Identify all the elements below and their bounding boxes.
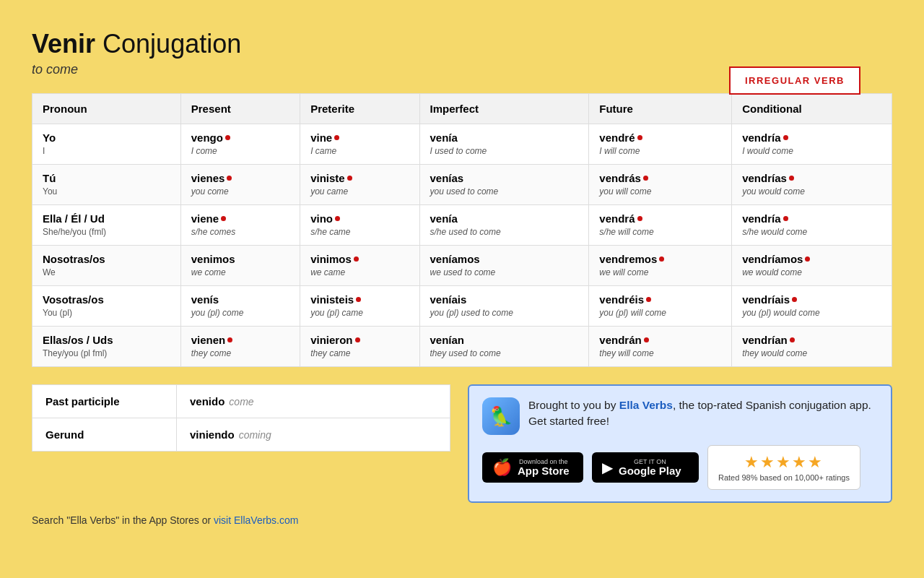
promo-text-before: Brought to you by <box>528 399 619 411</box>
footer-text: Search "Ella Verbs" in the App Stores or <box>32 514 214 526</box>
page-title: Venir Conjugation <box>32 29 892 59</box>
promo-header: 🦜 Brought to you by Ella Verbs, the top-… <box>482 397 878 435</box>
rating-text: Rated 98% based on 10,000+ ratings <box>718 473 850 482</box>
app-store-text: Download on the App Store <box>518 458 570 478</box>
star-rating: ★★★★★ <box>718 453 850 472</box>
participle-value: venidocome <box>177 385 450 418</box>
apple-icon: 🍎 <box>492 460 512 475</box>
promo-buttons-row: 🍎 Download on the App Store ▶ GET IT ON … <box>482 445 878 490</box>
title-rest: Conjugation <box>95 29 241 59</box>
participle-row: Gerundviniendocoming <box>32 418 450 452</box>
app-store-top-text: Download on the <box>518 458 570 465</box>
ella-verbs-link[interactable]: Ella Verbs <box>619 399 673 411</box>
google-play-button[interactable]: ▶ GET IT ON Google Play <box>592 452 699 483</box>
header: Venir Conjugation to come IRREGULAR VERB <box>32 29 892 77</box>
promo-text: Brought to you by Ella Verbs, the top-ra… <box>528 397 878 428</box>
table-row: Vosotras/osYou (pl)venísyou (pl) comevin… <box>32 286 892 327</box>
participle-row: Past participlevenidocome <box>32 385 450 418</box>
participle-label: Gerund <box>32 418 177 452</box>
table-row: TúYouvienesyou comevinisteyou camevenías… <box>32 165 892 205</box>
table-row: Nosotras/osWevenimoswe comevinimoswe cam… <box>32 246 892 286</box>
col-future: Future <box>589 94 732 124</box>
participle-label: Past participle <box>32 385 177 418</box>
col-imperfect: Imperfect <box>419 94 589 124</box>
table-row: Ellas/os / UdsThey/you (pl fml)vienenthe… <box>32 327 892 367</box>
promo-box: 🦜 Brought to you by Ella Verbs, the top-… <box>468 384 892 503</box>
conjugation-table: Pronoun Present Preterite Imperfect Futu… <box>32 93 892 367</box>
table-row: YoIvengoI comevineI cameveníaI used to c… <box>32 124 892 165</box>
col-pronoun: Pronoun <box>32 94 181 124</box>
col-preterite: Preterite <box>300 94 419 124</box>
app-store-main-text: App Store <box>518 465 570 478</box>
play-icon: ▶ <box>602 459 613 476</box>
irregular-verb-badge: IRREGULAR VERB <box>729 66 860 95</box>
google-play-top-text: GET IT ON <box>619 458 681 465</box>
table-row: Ella / Él / UdShe/he/you (fml)vienes/he … <box>32 205 892 246</box>
table-header-row: Pronoun Present Preterite Imperfect Futu… <box>32 94 892 124</box>
title-bold: Venir <box>32 29 95 59</box>
participle-table: Past participlevenidocomeGerundviniendoc… <box>32 384 450 452</box>
app-store-button[interactable]: 🍎 Download on the App Store <box>482 452 583 483</box>
promo-icon: 🦜 <box>482 397 520 435</box>
ella-verbs-website-link[interactable]: visit EllaVerbs.com <box>214 514 298 526</box>
google-play-text: GET IT ON Google Play <box>619 458 681 478</box>
footer-search-text: Search "Ella Verbs" in the App Stores or… <box>32 514 892 526</box>
rating-box: ★★★★★ Rated 98% based on 10,000+ ratings <box>707 445 860 490</box>
col-conditional: Conditional <box>732 94 892 124</box>
participle-value: viniendocoming <box>177 418 450 452</box>
col-present: Present <box>180 94 300 124</box>
google-play-main-text: Google Play <box>619 465 681 478</box>
bottom-section: Past participlevenidocomeGerundviniendoc… <box>32 384 892 503</box>
